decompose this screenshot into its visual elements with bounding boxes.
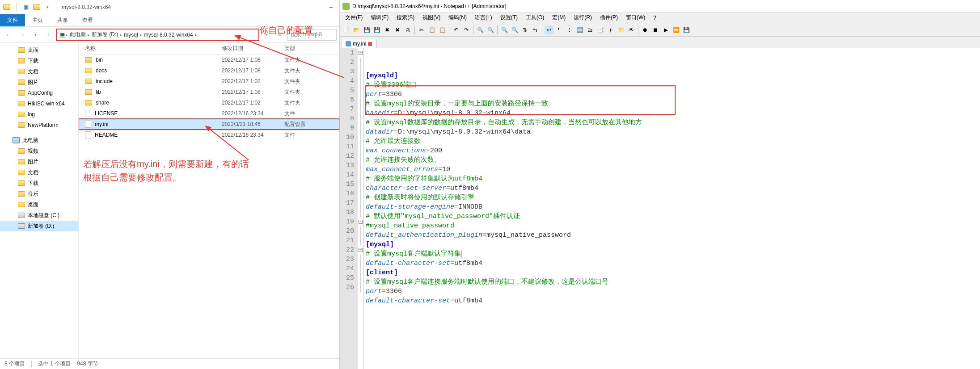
refresh-button[interactable]: ↻ xyxy=(274,29,286,41)
fold-marker[interactable]: − xyxy=(358,245,363,255)
nav-up-button[interactable]: ↑ xyxy=(43,29,55,41)
zoom-out-icon[interactable]: 🔍 xyxy=(510,25,519,34)
tree-item[interactable]: AppConfig xyxy=(0,88,78,98)
address-dropdown-icon[interactable]: ▾ xyxy=(261,29,272,41)
column-date[interactable]: 修改日期 xyxy=(222,45,284,52)
zoom-in-icon[interactable]: 🔍 xyxy=(500,25,509,34)
undo-icon[interactable]: ↶ xyxy=(452,25,460,34)
sync-h-icon[interactable]: ⇆ xyxy=(531,25,540,34)
menu-item[interactable]: 编码(N) xyxy=(445,13,470,22)
show-all-icon[interactable]: ¶ xyxy=(555,25,564,34)
fold-marker[interactable] xyxy=(358,273,363,283)
ribbon-tab-view[interactable]: 查看 xyxy=(75,14,100,26)
monitor-icon[interactable]: 👁 xyxy=(627,25,636,34)
fold-marker[interactable] xyxy=(358,76,363,86)
code-area[interactable]: [mysqld]# 设置3306端口port=3306# 设置mysql的安装目… xyxy=(364,48,980,369)
breadcrumb-segment[interactable]: mysql-8.0.32-winx64 xyxy=(142,32,195,38)
fold-marker[interactable] xyxy=(358,95,363,105)
fold-marker[interactable] xyxy=(358,180,363,189)
code-line[interactable]: [client] xyxy=(366,268,980,277)
minimize-button[interactable]: ─ xyxy=(329,4,333,10)
file-list[interactable]: bin2022/12/17 1:08文件夹docs2022/12/17 1:08… xyxy=(79,55,339,358)
breadcrumb-segment[interactable]: 此电脑 xyxy=(68,31,88,38)
stop-macro-icon[interactable]: ⏹ xyxy=(651,25,660,34)
fold-marker[interactable] xyxy=(358,161,363,170)
menu-item[interactable]: 宏(M) xyxy=(549,13,569,22)
code-line[interactable]: port=3306 xyxy=(366,287,980,296)
fold-marker[interactable] xyxy=(358,58,363,67)
code-line[interactable]: # 设置mysql客户端默认字符集 xyxy=(366,249,980,259)
code-line[interactable]: # 创建新表时将使用的默认存储引擎 xyxy=(366,193,980,202)
menu-bar[interactable]: 文件(F)编辑(E)搜索(S)视图(V)编码(N)语言(L)设置(T)工具(O)… xyxy=(340,13,980,23)
code-line[interactable]: port=3306 xyxy=(366,90,980,99)
menu-item[interactable]: 搜索(S) xyxy=(393,13,418,22)
fold-marker[interactable] xyxy=(358,283,363,292)
fold-marker[interactable]: − xyxy=(358,217,363,226)
list-row[interactable]: bin2022/12/17 1:08文件夹 xyxy=(79,55,339,65)
code-line[interactable]: # 设置3306端口 xyxy=(366,80,980,90)
fold-marker[interactable] xyxy=(358,198,363,208)
ribbon-tab-home[interactable]: 主页 xyxy=(25,14,50,26)
fold-marker[interactable] xyxy=(358,133,363,142)
menu-item[interactable]: 工具(O) xyxy=(522,13,548,22)
find-icon[interactable]: 🔍 xyxy=(476,25,485,34)
wordwrap-icon[interactable]: ↩ xyxy=(545,25,553,34)
code-line[interactable]: max_connect_errors=10 xyxy=(366,165,980,174)
menu-item[interactable]: 视图(V) xyxy=(419,13,444,22)
play-macro-icon[interactable]: ▶ xyxy=(661,25,670,34)
breadcrumb-segment[interactable]: 新加卷 (D:) xyxy=(90,31,120,38)
tree-item[interactable]: 文档 xyxy=(0,167,78,178)
open-icon[interactable]: 📂 xyxy=(352,25,361,34)
code-line[interactable]: # 设置mysql数据库的数据的存放目录，自动生成，无需手动创建，当然也可以放在… xyxy=(366,118,980,127)
tree-item[interactable]: 音乐 xyxy=(0,189,78,199)
indent-guide-icon[interactable]: ⫶ xyxy=(565,25,574,34)
column-name[interactable]: 名称 xyxy=(79,45,222,52)
code-line[interactable]: [mysql] xyxy=(366,240,980,249)
search-input[interactable]: 搜索"mysql-8 xyxy=(287,29,337,41)
tree-item[interactable]: 下载 xyxy=(0,55,78,66)
menu-item[interactable]: 插件(P) xyxy=(596,13,621,22)
tree-item[interactable]: 本地磁盘 (C:) xyxy=(0,210,78,221)
fold-marker[interactable] xyxy=(358,236,363,245)
tree-item[interactable]: 新加卷 (D:) xyxy=(0,221,78,231)
tree-item[interactable]: 下载 xyxy=(0,178,78,189)
paste-icon[interactable]: 📋 xyxy=(438,25,447,34)
list-row[interactable]: docs2022/12/17 1:08文件夹 xyxy=(79,65,339,76)
fold-column[interactable]: −−− xyxy=(358,48,364,369)
menu-item[interactable]: 设置(T) xyxy=(497,13,521,22)
code-line[interactable]: character-set-server=utf8mb4 xyxy=(366,184,980,193)
fold-marker[interactable] xyxy=(358,86,363,95)
close-all-icon[interactable]: ✖ xyxy=(393,25,402,34)
new-icon[interactable]: 📄 xyxy=(342,25,351,34)
fold-marker[interactable] xyxy=(358,226,363,236)
cut-icon[interactable]: ✂ xyxy=(417,25,426,34)
breadcrumb-segment[interactable]: mysql xyxy=(122,32,139,38)
save-macro-icon[interactable]: 💾 xyxy=(682,25,691,34)
code-line[interactable]: default-character-set=utf8mb4 xyxy=(366,259,980,268)
code-line[interactable]: # 设置mysql的安装目录，一定要与上面的安装路径保持一致 xyxy=(366,99,980,109)
code-line[interactable]: # 服务端使用的字符集默认为utf8mb4 xyxy=(366,174,980,184)
menu-item[interactable]: 窗口(W) xyxy=(622,13,649,22)
menu-item[interactable]: 语言(L) xyxy=(471,13,496,22)
menu-item[interactable]: 编辑(E) xyxy=(367,13,392,22)
tree-item[interactable]: log xyxy=(0,109,78,120)
code-line[interactable]: default-character-set=utf8mb4 xyxy=(366,296,980,306)
code-line[interactable] xyxy=(366,306,980,315)
properties-icon[interactable]: ▣ xyxy=(22,3,30,11)
doc-list-icon[interactable]: 📑 xyxy=(596,25,605,34)
list-header[interactable]: 名称 修改日期 类型 xyxy=(79,43,339,55)
menu-item[interactable]: ? xyxy=(650,14,660,22)
tree-item[interactable]: 图片 xyxy=(0,77,78,88)
record-macro-icon[interactable]: ⏺ xyxy=(641,25,650,34)
fold-marker[interactable]: − xyxy=(358,48,363,58)
play-multi-icon[interactable]: ⏩ xyxy=(672,25,680,34)
list-row[interactable]: my.ini2023/3/21 18:46配置设置 xyxy=(79,119,339,130)
code-line[interactable]: # 设置mysql客户端连接服务端时默认使用的端口，不建议修改，这是公认端口号 xyxy=(366,277,980,287)
list-row[interactable]: share2022/12/17 1:02文件夹 xyxy=(79,97,339,108)
fold-marker[interactable] xyxy=(358,67,363,76)
tree-item[interactable]: 文档 xyxy=(0,66,78,77)
list-row[interactable]: README2022/12/16 23:34文件 xyxy=(79,130,339,140)
fold-marker[interactable] xyxy=(358,114,363,123)
code-line[interactable]: # 允许最大连接数 xyxy=(366,137,980,146)
tree-item[interactable]: 图片 xyxy=(0,156,78,167)
